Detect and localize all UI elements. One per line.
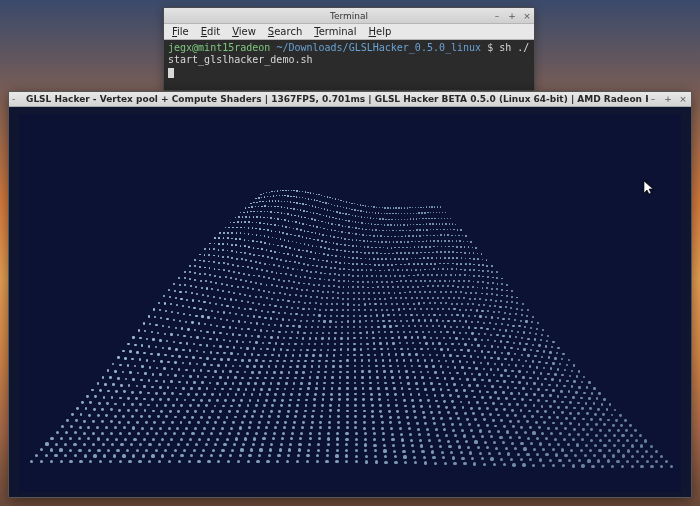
- terminal-menubar: File Edit View Search Terminal Help: [164, 24, 534, 40]
- terminal-window-controls: – + ×: [492, 11, 532, 21]
- terminal-title: Terminal: [164, 11, 534, 21]
- desktop: Terminal – + × File Edit View Search Ter…: [0, 0, 700, 506]
- prompt-symbol: $: [487, 42, 493, 53]
- prompt-cwd: ~/Downloads/GLSLHacker_0.5.0_linux: [276, 42, 481, 53]
- close-button[interactable]: ×: [522, 11, 532, 21]
- glsl-titlebar[interactable]: - GLSL Hacker - Vertex pool + Compute Sh…: [9, 92, 691, 107]
- minimize-button[interactable]: –: [492, 11, 502, 21]
- glsl-window-controls: – + ×: [648, 94, 688, 104]
- close-button[interactable]: ×: [678, 94, 688, 104]
- terminal-cursor: [168, 68, 174, 78]
- render-canvas: [19, 114, 681, 492]
- glsl-title-text: GLSL Hacker - Vertex pool + Compute Shad…: [26, 94, 648, 104]
- menu-terminal[interactable]: Terminal: [314, 26, 356, 37]
- prompt-user: jegx@mint15radeon: [168, 42, 270, 53]
- terminal-window: Terminal – + × File Edit View Search Ter…: [163, 7, 535, 91]
- terminal-body[interactable]: jegx@mint15radeon ~/Downloads/GLSLHacker…: [164, 40, 534, 90]
- maximize-button[interactable]: +: [507, 11, 517, 21]
- menu-edit[interactable]: Edit: [201, 26, 220, 37]
- minimize-button[interactable]: –: [648, 94, 658, 104]
- glsl-window: - GLSL Hacker - Vertex pool + Compute Sh…: [8, 91, 692, 498]
- menu-help[interactable]: Help: [369, 26, 392, 37]
- terminal-titlebar[interactable]: Terminal – + ×: [164, 8, 534, 24]
- menu-search[interactable]: Search: [268, 26, 302, 37]
- wave-mesh: [30, 184, 670, 484]
- sysmenu-icon[interactable]: -: [12, 94, 20, 104]
- render-view[interactable]: [9, 107, 691, 497]
- menu-file[interactable]: File: [172, 26, 189, 37]
- menu-view[interactable]: View: [232, 26, 256, 37]
- maximize-button[interactable]: +: [663, 94, 673, 104]
